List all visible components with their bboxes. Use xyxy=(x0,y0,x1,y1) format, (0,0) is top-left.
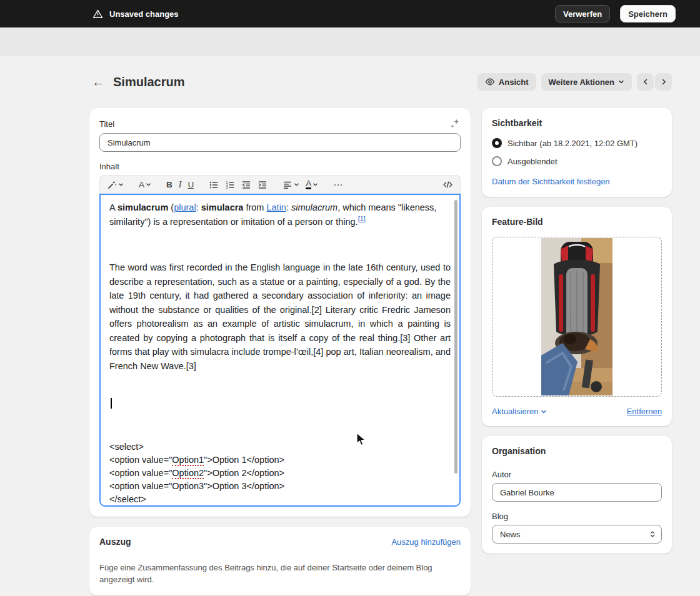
discard-button[interactable]: Verwerfen xyxy=(555,5,610,22)
editor-content[interactable]: A simulacrum (plural: simulacra from Lat… xyxy=(99,194,461,507)
post-editor-card: Titel Inhalt xyxy=(89,108,471,517)
visibility-option-visible[interactable]: Sichtbar (ab 18.2.2021, 12:02 GMT) xyxy=(492,138,662,148)
update-image-label: Aktualisieren xyxy=(492,407,538,416)
code-line: <option value="Option3">Option 3</option… xyxy=(109,480,451,493)
set-visibility-date-link[interactable]: Datum der Sichtbarkeit festlegen xyxy=(492,177,610,186)
warning-icon xyxy=(92,9,103,19)
chevron-down-icon xyxy=(118,182,124,187)
content-label: Inhalt xyxy=(99,162,461,171)
featured-image-title: Feature-Bild xyxy=(492,217,662,227)
organization-card: Organisation Autor Blog News xyxy=(482,436,672,554)
editor-empty-line xyxy=(109,395,451,409)
text-color-dropdown-button[interactable]: A xyxy=(302,177,321,193)
numbered-list-icon: 123 xyxy=(225,180,235,190)
code-icon xyxy=(442,179,453,190)
editor-paragraph-2: The word was first recorded in the Engli… xyxy=(109,261,451,373)
code-view-button[interactable] xyxy=(439,177,456,193)
bold-icon: B xyxy=(166,180,172,189)
previous-post-button[interactable] xyxy=(637,73,654,91)
chevron-right-icon xyxy=(660,78,668,86)
misspelled-word: Option1 xyxy=(172,455,204,466)
code-line: <option value="Option2">Option 2</option… xyxy=(109,467,451,480)
footnote-1-link[interactable]: [1] xyxy=(358,215,366,222)
plural-link[interactable]: plural xyxy=(174,202,196,212)
underline-icon: U xyxy=(188,180,194,189)
unsaved-changes-bar: Unsaved changes Verwerfen Speichern xyxy=(0,0,700,27)
page-title: Simulacrum xyxy=(113,75,184,89)
featured-image-dropzone[interactable] xyxy=(492,237,662,397)
latin-link[interactable]: Latin xyxy=(266,202,286,212)
organization-title: Organisation xyxy=(492,446,662,456)
align-left-icon xyxy=(282,180,292,190)
title-label: Titel xyxy=(99,119,114,129)
formatting-dropdown-button[interactable] xyxy=(104,177,127,193)
svg-text:3: 3 xyxy=(226,185,228,189)
visibility-card: Sichtbarkeit Sichtbar (ab 18.2.2021, 12:… xyxy=(482,108,672,197)
visibility-option-hidden[interactable]: Ausgeblendet xyxy=(492,156,662,166)
add-excerpt-link[interactable]: Auszug hinzufügen xyxy=(391,537,461,547)
underline-button[interactable]: U xyxy=(184,177,197,193)
radio-label: Sichtbar (ab 18.2.2021, 12:02 GMT) xyxy=(508,139,638,148)
editor-toolbar: A B I U xyxy=(99,175,461,194)
excerpt-description: Füge eine Zusammenfassung des Beitrags h… xyxy=(99,562,461,585)
editor-paragraph-1: A simulacrum (plural: simulacra from Lat… xyxy=(109,201,451,229)
chevron-down-icon xyxy=(618,79,624,85)
excerpt-card: Auszug Auszug hinzufügen Füge eine Zusam… xyxy=(89,527,471,595)
eye-icon xyxy=(485,77,495,87)
text-style-label: A xyxy=(139,180,144,189)
indent-button[interactable] xyxy=(254,177,271,193)
excerpt-title: Auszug xyxy=(99,537,131,547)
rich-text-editor: A B I U xyxy=(99,175,461,507)
visibility-title: Sichtbarkeit xyxy=(492,118,662,128)
bullet-list-button[interactable] xyxy=(206,177,222,193)
radio-unselected[interactable] xyxy=(492,156,502,166)
indent-icon xyxy=(258,180,268,190)
blog-select[interactable]: News xyxy=(492,525,662,544)
blog-select-value: News xyxy=(500,530,521,539)
autofill-sparkle-icon[interactable] xyxy=(449,118,461,129)
more-actions-label: Weitere Aktionen xyxy=(549,77,614,87)
bold-button[interactable]: B xyxy=(163,177,176,193)
remove-image-link[interactable]: Entfernen xyxy=(627,407,662,416)
chevron-down-icon xyxy=(312,182,318,187)
editor-code-text: <select> <option value="Option1">Option … xyxy=(109,440,451,506)
select-stepper-icon xyxy=(649,530,656,538)
text-style-dropdown-button[interactable]: A xyxy=(136,177,154,193)
outdent-button[interactable] xyxy=(238,177,254,193)
more-options-icon: ⋯ xyxy=(333,179,343,191)
page-header: ← Simulacrum Ansicht Weitere Aktionen xyxy=(89,72,672,92)
save-button[interactable]: Speichern xyxy=(620,5,676,22)
bullet-list-icon xyxy=(209,180,219,190)
italic-icon: I xyxy=(179,180,182,190)
blog-label: Blog xyxy=(492,512,662,521)
italic-button[interactable]: I xyxy=(176,177,185,193)
chevron-down-icon xyxy=(146,182,151,187)
editor-scrollbar-thumb[interactable] xyxy=(454,200,458,474)
post-pager xyxy=(637,73,672,91)
alignment-dropdown-button[interactable] xyxy=(279,177,302,193)
outdent-icon xyxy=(241,180,251,190)
view-button-label: Ansicht xyxy=(499,77,529,87)
page: ← Simulacrum Ansicht Weitere Aktionen xyxy=(0,56,700,595)
back-button[interactable]: ← xyxy=(89,76,107,88)
more-actions-button[interactable]: Weitere Aktionen xyxy=(541,73,632,91)
title-input[interactable] xyxy=(99,133,461,152)
more-options-button[interactable]: ⋯ xyxy=(330,177,346,193)
numbered-list-button[interactable]: 123 xyxy=(222,177,238,193)
author-input[interactable] xyxy=(492,483,662,502)
magic-wand-icon xyxy=(107,180,117,190)
update-image-button[interactable]: Aktualisieren xyxy=(492,407,547,416)
featured-image-preview xyxy=(541,238,612,395)
radio-label: Ausgeblendet xyxy=(508,157,558,166)
chevron-left-icon xyxy=(642,78,649,86)
radio-selected[interactable] xyxy=(492,138,502,148)
view-button[interactable]: Ansicht xyxy=(478,73,536,91)
text-caret xyxy=(111,398,112,409)
header-band xyxy=(0,27,700,56)
code-line: </select> xyxy=(109,493,451,506)
code-line: <select> xyxy=(109,440,451,454)
next-post-button[interactable] xyxy=(655,73,672,91)
featured-image-card: Feature-Bild xyxy=(482,207,672,426)
chevron-down-icon xyxy=(541,409,547,415)
author-label: Autor xyxy=(492,470,662,479)
